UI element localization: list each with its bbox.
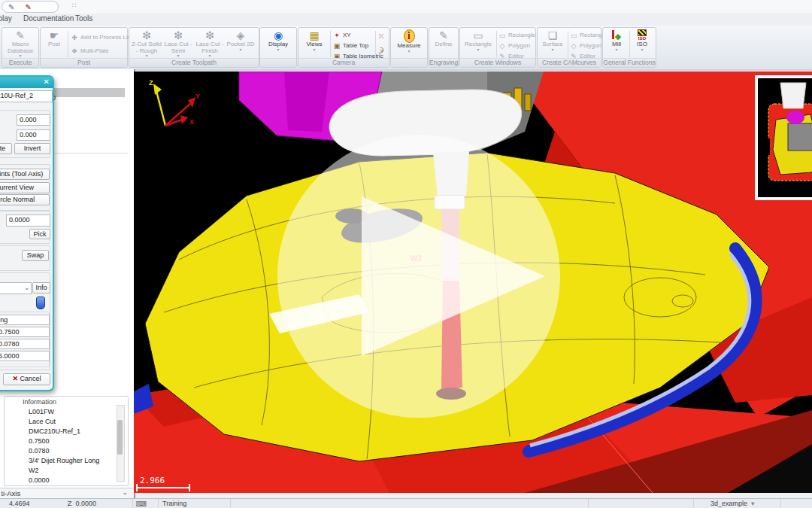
macro-database-button[interactable]: ✎ Macro Database ▾ <box>4 29 37 58</box>
status-input-segment: ⌨ <box>125 499 159 508</box>
ribbon-group-general-functions: ◆ Mill ▾ ISO ISO ▾ General Functions <box>602 27 656 68</box>
application-window: ✎ ✎ ∷ Display Documentation Tools ✎ Macr… <box>0 0 812 508</box>
info-row-tool-name: 3/4' Dijet Rougher Long <box>29 457 99 464</box>
ribbon-group-post: ☛ Post ✚ Add to Process List ❖ Multi-Pla… <box>40 27 128 68</box>
view-table-top-button[interactable]: ▣ Table Top <box>333 41 368 50</box>
window-rectangle-button[interactable]: ▭ Rectangle ▾ <box>462 29 495 58</box>
camcurve-rectangle-button[interactable]: ▭ Rectangle <box>570 30 607 40</box>
value1-field[interactable]: 0.000 <box>17 114 50 126</box>
measure-info-icon: i <box>404 29 415 43</box>
statusbar: 4.4694 Z 0.0000 ⌨ Training 3d_example ▾ <box>0 498 812 508</box>
window-polygon-button[interactable]: ◇ Polygon <box>498 41 530 50</box>
lace-cut-semi-button[interactable]: ❇ Lace Cut - Semi ▾ <box>162 29 194 58</box>
cancel-x-icon: ✕ <box>12 375 18 382</box>
chevron-down-icon: ▾ <box>239 48 241 52</box>
menu-display[interactable]: Display <box>0 14 17 23</box>
cancel-button[interactable]: ✕ Cancel <box>3 373 50 385</box>
ribbon-group-create-camcurves: ❏ Surface ▾ ▭ Rectangle ◇ Polygon ✎ Edit… <box>537 27 601 68</box>
camcurve-polygon-button[interactable]: ◇ Polygon <box>570 41 601 50</box>
views-button[interactable]: ▦ Views ▾ <box>300 29 329 58</box>
quick-access-toolbar: ✎ ✎ <box>2 1 59 13</box>
mill-button[interactable]: ◆ Mill ▾ <box>604 29 629 58</box>
menu-documentation[interactable]: Documentation <box>23 14 74 23</box>
ribbon-group-camera: ▦ Views ▾ ✦ XY ▣ Table Top ▣ Table Isome… <box>298 27 389 68</box>
display-button[interactable]: ◉ Display ▾ <box>262 29 295 58</box>
surface-button[interactable]: ❏ Surface ▾ <box>539 29 566 58</box>
titlebar: ✎ ✎ ∷ <box>0 0 812 14</box>
chevron-down-icon: ▾ <box>615 48 617 52</box>
post-icon: ☛ <box>50 29 59 41</box>
view-xy-button[interactable]: ✦ XY <box>333 30 351 40</box>
info-row-cycle: Lace Cut <box>29 418 56 425</box>
zcut-solid-rough-button[interactable]: ❇ Z-Cut Solid - Rough ▾ <box>131 29 162 58</box>
tool-icon[interactable] <box>36 297 45 309</box>
chevron-down-icon: ▾ <box>641 48 643 52</box>
chevron-down-icon: ▾ <box>551 48 553 52</box>
status-z-coordinate: Z 0.0000 <box>59 499 133 508</box>
ribbon-group-engraving: ✎ Define Engraving <box>429 27 459 68</box>
close-icon[interactable]: ✕ <box>44 78 50 86</box>
info-row-offset: 0.0000 <box>29 476 50 484</box>
camera-magnify-button[interactable]: Ϡ <box>377 45 385 55</box>
lace-cut-finish-button[interactable]: ❇ Lace Cut - Finish ▾ <box>194 29 226 58</box>
invert-button[interactable]: Invert <box>14 143 50 154</box>
info-row-diameter: 0.7500 <box>29 437 50 445</box>
circle-normal-button[interactable]: Circle Normal <box>0 194 50 205</box>
info-row-program: L001FW <box>29 408 54 415</box>
reference-name-field[interactable]: DMC210U-Ref_2 <box>0 90 53 102</box>
pocket-2d-button[interactable]: ◈ Pocket 2D ▾ <box>226 29 256 58</box>
post-button[interactable]: ☛ Post <box>42 29 66 58</box>
information-groupbox <box>4 396 129 486</box>
tool-select-dropdown[interactable]: ⌄ <box>0 282 32 294</box>
camera-zoom-window-button[interactable]: ⤫ <box>377 32 385 41</box>
views-cube-icon: ▦ <box>309 29 319 41</box>
tool-diameter-field[interactable]: 0.7500 <box>0 327 50 337</box>
magnifier-icon: Ϡ <box>376 44 386 55</box>
status-spacer <box>227 499 589 508</box>
chevron-down-icon: ▾ <box>277 48 279 52</box>
edit-icon[interactable]: ✎ <box>8 3 14 11</box>
brush-icon[interactable]: ✎ <box>25 3 31 11</box>
ribbon-group-execute: ✎ Macro Database ▾ Execute <box>2 27 39 68</box>
keyboard-icon: ⌨ <box>136 500 147 508</box>
ribbon-group-measure: i Measure ▾ <box>390 27 428 68</box>
define-button[interactable]: ✎ Define <box>431 29 456 58</box>
multi-axis-dropdown[interactable]: Multi-Axis ⌄ <box>0 488 135 499</box>
rectangle-dashed-icon: ▭ <box>473 29 483 41</box>
iso-button[interactable]: ISO ISO ▾ <box>630 29 654 58</box>
add-to-process-list-button[interactable]: ✚ Add to Process List <box>71 32 132 42</box>
lace-cut-semi-icon: ❇ <box>174 29 183 41</box>
menu-tools[interactable]: Tools <box>75 14 92 23</box>
tool-length-field[interactable]: 5.0000 <box>0 351 50 361</box>
current-view-button[interactable]: Current View <box>0 182 50 193</box>
swap-button[interactable]: Swap <box>22 250 49 261</box>
chevron-down-icon: ▾ <box>313 48 315 52</box>
pick-button[interactable]: Pick <box>29 229 50 239</box>
two-points-tool-axis-button[interactable]: 2 Points (Tool Axis) <box>0 169 50 180</box>
info-row-wcs: W2 <box>29 467 39 474</box>
polygon-icon: ◇ <box>570 42 577 50</box>
chevron-down-icon: ▾ <box>408 50 410 53</box>
info-button[interactable]: Info <box>32 282 50 294</box>
chevron-down-icon: ⌄ <box>122 488 128 496</box>
rotate-button[interactable]: Rotate <box>0 143 12 154</box>
angle-field[interactable]: 0.0000 <box>6 214 50 227</box>
info-scrollbar-thumb[interactable] <box>117 420 123 455</box>
polygon-icon: ◇ <box>498 42 506 50</box>
zoom-window-icon: ⤫ <box>377 32 385 41</box>
video-play-button[interactable] <box>277 135 560 418</box>
axis-x-label: X <box>189 118 194 126</box>
table-top-icon: ▣ <box>333 42 341 50</box>
rectangle-icon: ▭ <box>570 32 577 39</box>
value2-field[interactable]: 0.000 <box>17 129 50 141</box>
multi-plate-button[interactable]: ❖ Multi-Plate <box>71 46 109 56</box>
window-rectangle-small-button[interactable]: ▭ Rectangle <box>498 30 535 40</box>
tool-corner-radius-field[interactable]: 0.0780 <box>0 339 50 349</box>
status-x-coordinate: 4.4694 <box>0 499 68 508</box>
axis-y-label: Y <box>195 93 200 100</box>
status-spacer-3 <box>765 499 812 508</box>
chevron-down-icon: ⌄ <box>24 283 29 294</box>
menubar: Display Documentation Tools <box>0 14 812 26</box>
tool-name-field[interactable]: 3/4' Dijet Rougher Long <box>0 315 50 325</box>
measure-button[interactable]: i Measure ▾ <box>392 29 426 58</box>
